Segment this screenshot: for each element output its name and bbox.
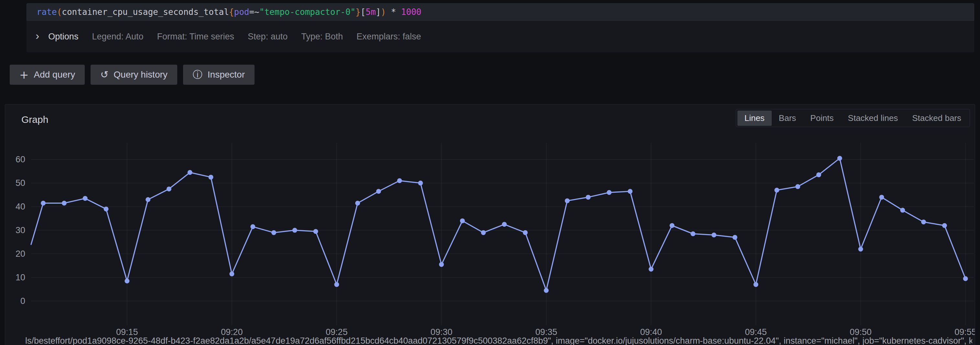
y-tick-label: 20: [16, 249, 25, 259]
add-query-button[interactable]: + Add query: [10, 65, 85, 85]
x-tick-label: 09:40: [640, 327, 662, 337]
x-tick-label: 09:15: [116, 327, 138, 337]
data-point[interactable]: [397, 178, 402, 183]
query-history-label: Query history: [113, 70, 167, 80]
x-tick-label: 09:45: [745, 327, 767, 337]
legend-label[interactable]: ls/besteffort/pod1a9098ce-9265-48df-b423…: [25, 336, 972, 345]
data-point[interactable]: [293, 228, 297, 233]
data-point[interactable]: [565, 198, 570, 203]
data-point[interactable]: [879, 195, 884, 199]
data-point[interactable]: [963, 276, 968, 281]
y-tick-label: 30: [16, 225, 25, 235]
data-point[interactable]: [124, 279, 129, 283]
data-point[interactable]: [858, 247, 863, 251]
mode-stacked-bars[interactable]: Stacked bars: [905, 111, 968, 126]
x-tick-label: 09:30: [431, 327, 452, 337]
data-point[interactable]: [816, 172, 821, 177]
data-point[interactable]: [921, 219, 926, 224]
y-tick-label: 40: [16, 202, 25, 211]
draw-mode-toggle-group: LinesBarsPointsStacked linesStacked bars: [736, 109, 970, 127]
query-token: 5m: [366, 7, 376, 17]
query-token: {: [229, 7, 234, 17]
data-point[interactable]: [670, 223, 675, 228]
query-token: container_cpu_usage_seconds_total: [62, 7, 229, 17]
y-tick-label: 0: [21, 296, 25, 306]
data-point[interactable]: [208, 175, 213, 180]
history-icon: ↺: [100, 70, 108, 79]
inspector-button[interactable]: ⓘ Inspector: [183, 65, 255, 85]
mode-points[interactable]: Points: [803, 111, 841, 126]
data-point[interactable]: [774, 188, 779, 193]
data-point[interactable]: [711, 232, 716, 237]
query-option-stat: Legend: Auto: [92, 32, 143, 42]
data-point[interactable]: [167, 186, 172, 191]
data-point[interactable]: [146, 197, 150, 202]
data-point[interactable]: [418, 181, 423, 186]
query-token: ]: [376, 7, 381, 17]
mode-bars[interactable]: Bars: [772, 111, 803, 126]
data-point[interactable]: [502, 222, 507, 227]
data-point[interactable]: [229, 272, 234, 277]
chevron-right-icon[interactable]: ›: [36, 30, 39, 41]
data-point[interactable]: [837, 156, 842, 161]
x-tick-label: 09:25: [326, 327, 348, 337]
data-point[interactable]: [649, 267, 654, 272]
x-tick-label: 09:50: [850, 327, 872, 337]
x-tick-label: 09:35: [535, 327, 557, 337]
data-point[interactable]: [900, 208, 905, 213]
query-option-stat: Step: auto: [248, 32, 288, 42]
data-point[interactable]: [439, 262, 444, 267]
options-label[interactable]: Options: [48, 32, 78, 42]
data-point[interactable]: [62, 201, 67, 206]
data-point[interactable]: [250, 224, 255, 229]
x-tick-label: 09:55: [955, 327, 975, 337]
mode-lines[interactable]: Lines: [737, 111, 772, 126]
data-point[interactable]: [690, 232, 695, 236]
timeseries-chart[interactable]: 010203040506009:1509:2009:2509:3009:3509…: [5, 105, 975, 345]
query-option-stat: Exemplars: false: [356, 32, 421, 42]
mode-stacked-lines[interactable]: Stacked lines: [841, 111, 905, 126]
data-point[interactable]: [733, 235, 737, 240]
data-point[interactable]: [460, 218, 465, 223]
query-token: 1000: [401, 7, 422, 17]
query-token: *: [386, 7, 401, 17]
data-point[interactable]: [334, 282, 339, 287]
info-icon: ⓘ: [193, 70, 202, 79]
data-point[interactable]: [544, 288, 549, 293]
query-token: =~: [249, 7, 259, 17]
data-point[interactable]: [628, 189, 633, 194]
query-token: ): [381, 7, 386, 17]
graph-panel: 010203040506009:1509:2009:2509:3009:3509…: [5, 104, 975, 345]
series-line: [31, 159, 966, 291]
query-actions-row: + Add query ↺ Query history ⓘ Inspector: [10, 65, 255, 85]
data-point[interactable]: [271, 230, 276, 235]
data-point[interactable]: [104, 207, 109, 211]
query-options-bar[interactable]: › Options Legend: AutoFormat: Time serie…: [27, 21, 974, 52]
query-token: rate: [37, 7, 57, 17]
query-history-button[interactable]: ↺ Query history: [91, 65, 177, 85]
data-point[interactable]: [586, 195, 590, 199]
promql-query-input[interactable]: rate(container_cpu_usage_seconds_total{p…: [37, 7, 422, 17]
query-token: [: [361, 7, 366, 17]
data-point[interactable]: [376, 189, 381, 194]
data-point[interactable]: [481, 230, 486, 235]
data-point[interactable]: [355, 201, 360, 206]
y-tick-label: 50: [16, 178, 25, 188]
y-tick-label: 60: [16, 154, 25, 164]
query-token: pod: [234, 7, 249, 17]
data-point[interactable]: [754, 282, 759, 287]
data-point[interactable]: [523, 230, 528, 235]
data-point[interactable]: [188, 170, 192, 175]
query-token: }: [355, 7, 361, 17]
data-point[interactable]: [607, 190, 612, 195]
query-editor[interactable]: rate(container_cpu_usage_seconds_total{p…: [27, 3, 974, 21]
data-point[interactable]: [795, 184, 800, 189]
add-query-label: Add query: [34, 70, 75, 80]
data-point[interactable]: [313, 229, 318, 234]
data-point[interactable]: [942, 223, 947, 228]
query-token: (: [57, 7, 62, 17]
options-summary: Legend: AutoFormat: Time seriesStep: aut…: [92, 32, 421, 42]
data-point[interactable]: [83, 196, 88, 201]
data-point[interactable]: [41, 201, 46, 206]
query-option-stat: Type: Both: [301, 32, 343, 42]
